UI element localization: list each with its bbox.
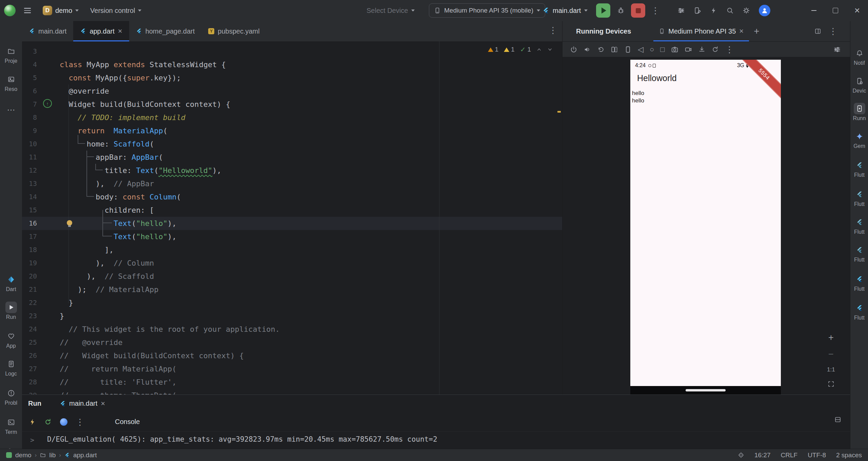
devtools-button[interactable]: [60, 418, 67, 426]
line-number[interactable]: 27: [22, 362, 37, 376]
line-number[interactable]: 22: [22, 296, 37, 309]
line-number[interactable]: 25: [22, 336, 37, 349]
tab-main-dart[interactable]: main.dart: [22, 21, 73, 41]
sidebar-item-dart-analysis[interactable]: Dart: [0, 274, 22, 292]
breadcrumb[interactable]: demo › lib › app.dart: [6, 452, 97, 459]
passed-counter[interactable]: ✓ 1: [520, 45, 531, 54]
sidebar-item-problems[interactable]: Probl: [0, 387, 22, 406]
breadcrumb-file[interactable]: app.dart: [73, 452, 97, 459]
hot-restart-button[interactable]: [44, 418, 52, 426]
fold-chevron-icon[interactable]: >: [30, 436, 34, 444]
sidebar-item-logcat[interactable]: Logc: [0, 358, 22, 377]
device-tab[interactable]: Medium Phone API 35 ×: [653, 21, 749, 41]
emulator-nav-bar[interactable]: [630, 386, 781, 395]
fit-to-window-button[interactable]: [828, 381, 834, 387]
zoom-in-button[interactable]: +: [828, 333, 834, 342]
sidebar-item-run[interactable]: Run: [0, 302, 22, 320]
sidebar-item-gemini[interactable]: Gem: [850, 131, 868, 149]
sidebar-item-flutter-inspector[interactable]: Flutt: [850, 216, 868, 235]
device-selector[interactable]: Medium Phone API 35 (mobile): [429, 3, 545, 18]
cursor-position[interactable]: 16:27: [754, 452, 771, 459]
line-number[interactable]: 7: [22, 98, 37, 111]
line-number[interactable]: 23: [22, 309, 37, 323]
fold-device-button[interactable]: [611, 46, 618, 53]
line-number[interactable]: 26: [22, 349, 37, 362]
minimize-button[interactable]: [803, 0, 825, 21]
line-number[interactable]: 17: [22, 230, 37, 243]
line-number[interactable]: 16: [22, 217, 37, 230]
sidebar-item-app-quality-insights[interactable]: App: [0, 330, 22, 349]
breadcrumb-folder[interactable]: lib: [49, 452, 56, 459]
line-separator[interactable]: CRLF: [781, 452, 798, 459]
console-tab[interactable]: Console: [115, 418, 140, 426]
stop-button[interactable]: [631, 3, 645, 18]
close-tab-icon[interactable]: ×: [118, 27, 122, 35]
more-run-options-button[interactable]: ⋮: [76, 418, 84, 426]
indent-setting[interactable]: 2 spaces: [836, 452, 862, 459]
breadcrumb-project[interactable]: demo: [15, 452, 32, 459]
code-text-area[interactable]: class MyApp extends StatelessWidget { co…: [60, 45, 280, 395]
sidebar-item-resource-manager[interactable]: Reso: [0, 74, 22, 92]
tab-home-page-dart[interactable]: home_page.dart: [129, 21, 202, 41]
line-number[interactable]: 5: [22, 71, 37, 84]
line-number[interactable]: 13: [22, 177, 37, 190]
line-number[interactable]: 14: [22, 190, 37, 204]
intention-lightbulb-icon[interactable]: [67, 220, 72, 226]
warning-counter[interactable]: 1: [504, 46, 515, 53]
line-number[interactable]: 4: [22, 58, 37, 71]
zoom-reset-button[interactable]: 1:1: [827, 366, 835, 373]
warning-stripe-mark[interactable]: [557, 111, 561, 113]
tab-pubspec-yaml[interactable]: Y pubspec.yaml: [201, 21, 266, 41]
hot-reload-button[interactable]: [29, 418, 36, 426]
debug-button[interactable]: [614, 3, 628, 18]
main-menu-button[interactable]: [20, 3, 35, 18]
tab-options-button[interactable]: ⋮: [549, 26, 557, 35]
run-configuration-selector[interactable]: main.dart: [542, 0, 588, 21]
close-tab-icon[interactable]: ×: [101, 400, 105, 407]
power-button[interactable]: [570, 46, 577, 53]
file-encoding[interactable]: UTF-8: [808, 452, 826, 459]
zoom-out-button[interactable]: −: [828, 350, 834, 359]
line-number[interactable]: 12: [22, 164, 37, 177]
status-target-icon[interactable]: [738, 452, 744, 458]
tab-app-dart[interactable]: app.dart ×: [73, 21, 129, 41]
sync-button[interactable]: [712, 46, 719, 53]
sidebar-item-flutter-extra[interactable]: Flutt: [850, 302, 868, 321]
display-settings-button[interactable]: [833, 46, 841, 53]
ai-assistant-button[interactable]: [710, 7, 717, 14]
console-output-area[interactable]: > D/EGL_emulation( 4625): app_time_stats…: [22, 432, 850, 449]
project-selector[interactable]: D demo: [39, 3, 82, 18]
portrait-button[interactable]: [624, 46, 632, 53]
emulator-screen[interactable]: 4:24 3G 5554 Helloworld hell: [630, 60, 781, 395]
line-number[interactable]: 6: [22, 84, 37, 98]
override-gutter-icon[interactable]: ↑: [43, 99, 52, 108]
weak-warning-counter[interactable]: 1: [488, 46, 499, 53]
layout-options-button[interactable]: [814, 28, 821, 35]
search-button[interactable]: [726, 7, 734, 14]
line-number[interactable]: 20: [22, 270, 37, 283]
line-number[interactable]: 21: [22, 283, 37, 296]
screen-record-button[interactable]: [685, 46, 692, 53]
next-highlight-button[interactable]: [547, 47, 553, 52]
version-control-selector[interactable]: Version control: [87, 3, 145, 18]
sidebar-item-device-manager[interactable]: Devic: [850, 75, 868, 94]
line-number[interactable]: 9: [22, 124, 37, 137]
profile-avatar[interactable]: [759, 5, 770, 16]
run-button[interactable]: [596, 3, 610, 18]
sidebar-item-terminal[interactable]: Term: [0, 417, 22, 435]
maximize-button[interactable]: [825, 0, 846, 21]
run-tab-main-dart[interactable]: main.dart ×: [55, 395, 110, 412]
split-console-button[interactable]: [834, 416, 841, 423]
back-button[interactable]: ◁: [638, 46, 644, 53]
home-button[interactable]: ○: [650, 46, 654, 53]
line-number[interactable]: 19: [22, 256, 37, 270]
line-number[interactable]: 3: [22, 45, 37, 58]
sidebar-item-flutter-performance[interactable]: Flutt: [850, 189, 868, 207]
inspection-widget[interactable]: 1 1 ✓ 1: [488, 45, 553, 54]
line-number[interactable]: 11: [22, 151, 37, 164]
sidebar-item-more[interactable]: ⋯: [0, 104, 22, 117]
more-options-button[interactable]: ⋮: [829, 27, 837, 36]
sidebar-item-project[interactable]: Proje: [0, 45, 22, 64]
settings-sliders-button[interactable]: [677, 7, 685, 14]
add-device-button[interactable]: +: [754, 26, 759, 37]
